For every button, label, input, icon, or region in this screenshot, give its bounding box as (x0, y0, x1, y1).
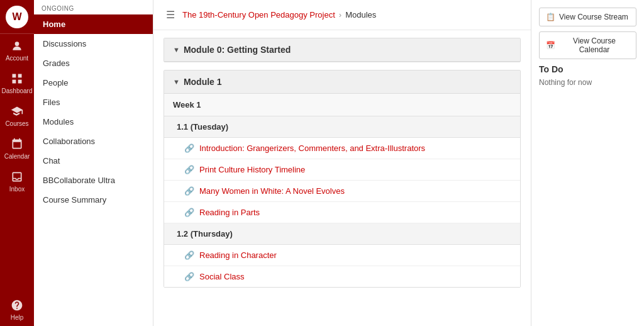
right-sidebar: 📋 View Course Stream 📅 View Course Calen… (531, 0, 644, 326)
account-icon (10, 39, 24, 53)
sidebar-item-collaborations[interactable]: Collaborations (34, 132, 153, 151)
sidebar-header: Ongoing (34, 0, 153, 14)
course-sidebar: Ongoing Home Discussions Grades People F… (34, 0, 153, 326)
stream-icon: 📋 (546, 13, 555, 21)
main-content: ☰ The 19th-Century Open Pedagogy Project… (153, 0, 531, 326)
list-item[interactable]: 🔗 Social Class (164, 266, 520, 287)
icon-nav-bar: W Account Dashboard Courses (0, 0, 34, 326)
link-icon: 🔗 (184, 272, 194, 281)
dashboard-icon (10, 72, 24, 86)
item-title[interactable]: Social Class (199, 272, 245, 281)
list-item[interactable]: 🔗 Reading in Parts (164, 202, 520, 223)
sidebar-item-people[interactable]: People (34, 73, 153, 93)
module-1-arrow: ▼ (173, 78, 180, 86)
todo-title: To Do (539, 64, 636, 74)
list-item[interactable]: 🔗 Introduction: Grangerizers, Commenters… (164, 138, 520, 159)
courses-icon (10, 104, 24, 118)
module-0: ▼ Module 0: Getting Started (164, 38, 521, 62)
nav-courses[interactable]: Courses (0, 99, 34, 132)
item-title[interactable]: Many Women in White: A Novel Evolves (199, 186, 345, 196)
breadcrumb: The 19th-Century Open Pedagogy Project ›… (182, 10, 376, 20)
view-course-calendar-button[interactable]: 📅 View Course Calendar (539, 31, 636, 59)
calendar-btn-icon: 📅 (546, 41, 555, 50)
sidebar-item-bb-collaborate[interactable]: BBCollaborate Ultra (34, 171, 153, 190)
svg-point-0 (15, 42, 19, 46)
link-icon: 🔗 (184, 165, 194, 174)
link-icon: 🔗 (184, 250, 194, 260)
nav-inbox[interactable]: Inbox (0, 165, 34, 198)
nav-account[interactable]: Account (0, 34, 34, 67)
todo-section: To Do Nothing for now (539, 64, 636, 87)
list-item[interactable]: 🔗 Print Culture History Timeline (164, 159, 520, 181)
top-bar: ☰ The 19th-Century Open Pedagogy Project… (153, 0, 531, 30)
help-icon (10, 298, 24, 312)
module-1: ▼ Module 1 Week 1 1.1 (Tuesday) 🔗 Introd… (164, 70, 521, 288)
module-0-arrow: ▼ (173, 46, 180, 53)
logo-area: W (0, 0, 34, 34)
svg-rect-3 (13, 80, 16, 84)
week-1-header: Week 1 (164, 94, 520, 116)
module-0-header[interactable]: ▼ Module 0: Getting Started (164, 38, 520, 62)
svg-rect-4 (18, 80, 22, 84)
link-icon: 🔗 (184, 143, 194, 153)
subsection-1-1-header: 1.1 (Tuesday) (164, 116, 520, 138)
nav-help[interactable]: Help (0, 293, 34, 326)
subsection-1-2-header: 1.2 (Thursday) (164, 223, 520, 245)
svg-rect-2 (18, 74, 22, 78)
hamburger-menu[interactable]: ☰ (164, 8, 177, 22)
list-item[interactable]: 🔗 Many Women in White: A Novel Evolves (164, 181, 520, 202)
module-0-title: Module 0: Getting Started (184, 45, 291, 55)
item-title[interactable]: Print Culture History Timeline (199, 165, 305, 174)
item-title[interactable]: Introduction: Grangerizers, Commenters, … (199, 143, 425, 153)
svg-rect-1 (13, 74, 16, 78)
sidebar-item-discussions[interactable]: Discussions (34, 34, 153, 53)
nav-dashboard[interactable]: Dashboard (0, 67, 34, 99)
breadcrumb-current-page: Modules (345, 10, 376, 20)
module-1-title: Module 1 (184, 77, 222, 87)
sidebar-item-modules[interactable]: Modules (34, 112, 153, 132)
sidebar-item-chat[interactable]: Chat (34, 151, 153, 171)
week-1: Week 1 1.1 (Tuesday) 🔗 Introduction: Gra… (164, 94, 520, 287)
item-title[interactable]: Reading in Character (199, 250, 277, 260)
sidebar-item-grades[interactable]: Grades (34, 53, 153, 73)
sidebar-item-course-summary[interactable]: Course Summary (34, 190, 153, 210)
calendar-icon (10, 137, 24, 151)
content-area: ▼ Module 0: Getting Started ▼ Module 1 W… (153, 38, 531, 288)
breadcrumb-course-link[interactable]: The 19th-Century Open Pedagogy Project (182, 10, 335, 20)
breadcrumb-separator: › (339, 10, 341, 20)
list-item[interactable]: 🔗 Reading in Character (164, 245, 520, 266)
university-logo: W (6, 6, 28, 28)
nav-calendar[interactable]: Calendar (0, 132, 34, 165)
sidebar-item-files[interactable]: Files (34, 93, 153, 112)
item-title[interactable]: Reading in Parts (199, 208, 260, 217)
sidebar-item-home[interactable]: Home (34, 14, 153, 34)
inbox-icon (10, 170, 24, 184)
todo-empty: Nothing for now (539, 78, 636, 87)
link-icon: 🔗 (184, 208, 194, 217)
module-1-header[interactable]: ▼ Module 1 (164, 70, 520, 94)
view-course-stream-button[interactable]: 📋 View Course Stream (539, 8, 636, 26)
link-icon: 🔗 (184, 186, 194, 196)
